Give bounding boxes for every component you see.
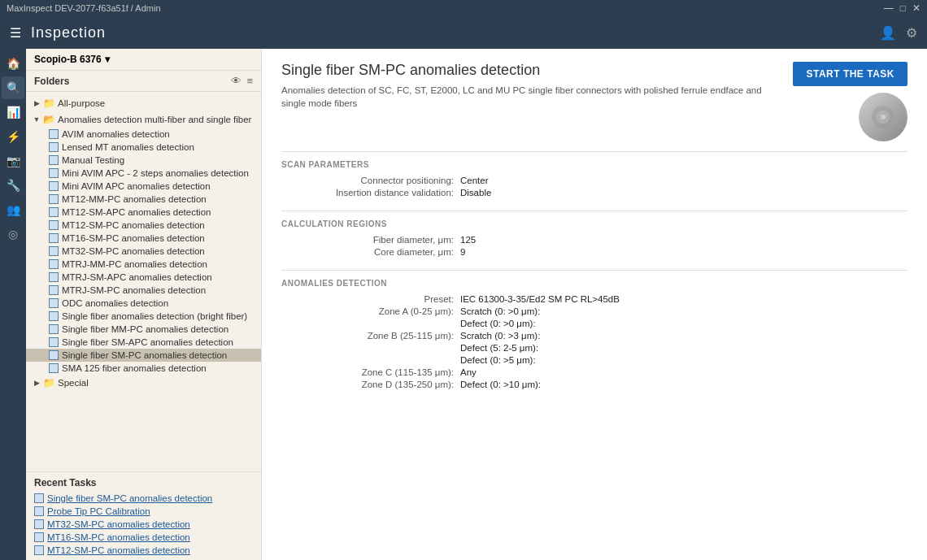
- task-icon-mt12-sm-apc: [49, 207, 59, 217]
- sidebar-icon-inspect[interactable]: 🔍: [2, 76, 24, 99]
- maximize-button[interactable]: □: [900, 2, 906, 14]
- task-icon-mtrj-sm-pc: [49, 285, 59, 295]
- tree-label-mini-avim-apc: Mini AVIM APC anomalies detection: [62, 181, 211, 191]
- folders-menu-icon[interactable]: ≡: [246, 75, 253, 87]
- preset-value: IEC 61300-3-35/Ed2 SM PC RL>45dB: [460, 294, 620, 304]
- sidebar-icon-tools[interactable]: 🔧: [2, 174, 24, 197]
- recent-task-item-4[interactable]: MT16-SM-PC anomalies detection: [26, 531, 261, 544]
- sidebar-icon-camera[interactable]: 📷: [2, 150, 24, 172]
- zone-d-row: Zone D (135-250 μm): Defect (0: >10 μm):: [281, 380, 907, 389]
- folder-icon-all-purpose: 📁: [42, 97, 55, 110]
- tree-item-single-sm-apc[interactable]: Single fiber SM-APC anomalies detection: [26, 336, 261, 349]
- task-icon-mt12-sm-pc: [49, 220, 59, 230]
- tree-label-manual: Manual Testing: [62, 155, 124, 165]
- insertion-distance-value: Disable: [460, 188, 491, 198]
- task-icon-large: [859, 93, 907, 141]
- sidebar-icon-circle[interactable]: ◎: [2, 223, 24, 245]
- tree-label-mt12-sm-apc: MT12-SM-APC anomalies detection: [62, 207, 211, 217]
- app-title: Inspection: [31, 24, 106, 41]
- task-icon-single-bright: [49, 311, 59, 321]
- sidebar-icon-filter[interactable]: ⚡: [2, 125, 24, 148]
- tree-item-odc[interactable]: ODC anomalies detection: [26, 297, 261, 310]
- app-header: ☰ Inspection 👤 ⚙: [0, 16, 927, 49]
- start-task-button[interactable]: START THE TASK: [793, 62, 907, 86]
- sidebar-icon-chart[interactable]: 📊: [2, 101, 24, 124]
- task-icon-odc: [49, 298, 59, 308]
- zone-a-defect-row: Defect (0: >0 μm):: [281, 319, 907, 328]
- title-bar-controls[interactable]: — □ ✕: [884, 2, 920, 14]
- fiber-diameter-value: 125: [460, 235, 476, 245]
- tree-item-mt16-sm-pc[interactable]: MT16-SM-PC anomalies detection: [26, 232, 261, 245]
- task-icon-mt32-sm-pc: [49, 246, 59, 256]
- folder-open-icon-anomalies-multi: 📂: [42, 113, 55, 126]
- settings-icon[interactable]: ⚙: [906, 25, 917, 41]
- toggle-special[interactable]: ▶: [31, 377, 42, 389]
- zone-b-row: Zone B (25-115 μm): Scratch (0: >3 μm):: [281, 331, 907, 341]
- recent-task-item-2[interactable]: Probe Tip PC Calibration: [26, 505, 261, 518]
- scan-parameters-section: SCAN PARAMETERS Connector positioning: C…: [281, 151, 907, 198]
- toggle-anomalies-multi[interactable]: ▼: [31, 114, 42, 125]
- tree-item-anomalies-multi[interactable]: ▼ 📂 Anomalies detection multi-fiber and …: [26, 111, 261, 128]
- tree-item-single-bright[interactable]: Single fiber anomalies detection (bright…: [26, 310, 261, 323]
- minimize-button[interactable]: —: [884, 2, 894, 14]
- recent-task-item-3[interactable]: MT32-SM-PC anomalies detection: [26, 518, 261, 531]
- sidebar-icon-home[interactable]: 🏠: [2, 52, 24, 75]
- tree-item-avim[interactable]: AVIM anomalies detection: [26, 128, 261, 141]
- zone-a-row: Zone A (0-25 μm): Scratch (0: >0 μm):: [281, 306, 907, 316]
- tree-item-mt12-sm-apc[interactable]: MT12-SM-APC anomalies detection: [26, 206, 261, 219]
- device-selector[interactable]: Scopio-B 6376 ▾: [26, 49, 261, 71]
- tree-item-mt12-sm-pc[interactable]: MT12-SM-PC anomalies detection: [26, 219, 261, 232]
- tree-item-manual[interactable]: Manual Testing: [26, 154, 261, 167]
- sidebar-icon-users[interactable]: 👥: [2, 198, 24, 221]
- tree-item-single-sm-pc[interactable]: Single fiber SM-PC anomalies detection: [26, 349, 261, 362]
- calc-fiber-diameter: Fiber diameter, μm: 125: [281, 235, 907, 245]
- scan-param-connector: Connector positioning: Center: [281, 176, 907, 185]
- task-title: Single fiber SM-PC anomalies detection: [281, 62, 769, 79]
- toggle-all-purpose[interactable]: ▶: [31, 98, 42, 109]
- hide-icon[interactable]: 👁: [231, 75, 242, 87]
- tree-item-single-mm-pc[interactable]: Single fiber MM-PC anomalies detection: [26, 323, 261, 336]
- tree-item-special[interactable]: ▶ 📁 Special: [26, 375, 261, 391]
- zone-c-section: Zone C (115-135 μm): Any: [281, 367, 907, 377]
- tree-item-mini-avim-2[interactable]: Mini AVIM APC - 2 steps anomalies detect…: [26, 167, 261, 180]
- user-icon[interactable]: 👤: [880, 25, 896, 41]
- zone-b-scratch: Scratch (0: >3 μm):: [460, 331, 540, 341]
- zone-b-defect2-row: Defect (0: >5 μm):: [281, 355, 907, 365]
- zone-a-defect: Defect (0: >0 μm):: [460, 319, 536, 328]
- recent-task-label-4: MT16-SM-PC anomalies detection: [47, 532, 190, 542]
- zone-a-defect-spacer: [281, 319, 460, 328]
- anomalies-detection-title: ANOMALIES DETECTION: [281, 279, 907, 288]
- task-icon-single-sm-apc: [49, 337, 59, 347]
- recent-tasks-title: Recent Tasks: [26, 477, 261, 492]
- menu-icon[interactable]: ☰: [10, 25, 21, 41]
- zone-b-defect1: Defect (5: 2-5 μm):: [460, 343, 538, 353]
- close-button[interactable]: ✕: [912, 2, 920, 14]
- scan-parameters-title: SCAN PARAMETERS: [281, 160, 907, 169]
- tree-item-lensed-mt[interactable]: Lensed MT anomalies detection: [26, 141, 261, 154]
- tree-label-mt12-mm-pc: MT12-MM-PC anomalies detection: [62, 194, 207, 204]
- tree-item-all-purpose[interactable]: ▶ 📁 All-purpose: [26, 95, 261, 111]
- tree-item-mini-avim-apc[interactable]: Mini AVIM APC anomalies detection: [26, 180, 261, 193]
- tree-label-sma-125: SMA 125 fiber anomalies detection: [62, 363, 207, 373]
- title-bar: MaxInspect DEV-2077-f63a51f / Admin — □ …: [0, 0, 927, 16]
- insertion-distance-label: Insertion distance validation:: [281, 188, 460, 198]
- task-description: Anomalies detection of SC, FC, ST, E2000…: [281, 84, 769, 110]
- tree-item-mt32-sm-pc[interactable]: MT32-SM-PC anomalies detection: [26, 245, 261, 258]
- task-icon-mtrj-sm-apc: [49, 272, 59, 282]
- recent-task-item-1[interactable]: Single fiber SM-PC anomalies detection: [26, 492, 261, 505]
- tree-item-sma-125[interactable]: SMA 125 fiber anomalies detection: [26, 362, 261, 375]
- core-diameter-value: 9: [460, 247, 465, 257]
- right-panel: Single fiber SM-PC anomalies detection A…: [262, 49, 927, 560]
- recent-tasks: Recent Tasks Single fiber SM-PC anomalie…: [26, 471, 261, 560]
- tree-container[interactable]: ▶ 📁 All-purpose ▼ 📂 Anomalies detection …: [26, 92, 261, 471]
- recent-task-item-5[interactable]: MT12-SM-PC anomalies detection: [26, 544, 261, 557]
- tree-item-mtrj-sm-apc[interactable]: MTRJ-SM-APC anomalies detection: [26, 271, 261, 284]
- tree-item-mt12-mm-pc[interactable]: MT12-MM-PC anomalies detection: [26, 193, 261, 206]
- task-icon-single-sm-pc: [49, 350, 59, 360]
- tree-item-mtrj-sm-pc[interactable]: MTRJ-SM-PC anomalies detection: [26, 284, 261, 297]
- task-icon-lensed-mt: [49, 142, 59, 152]
- tree-label-single-sm-pc: Single fiber SM-PC anomalies detection: [62, 350, 227, 360]
- folders-title: Folders: [34, 76, 69, 87]
- tree-item-mtrj-mm-pc[interactable]: MTRJ-MM-PC anomalies detection: [26, 258, 261, 271]
- sidebar-icons: 🏠 🔍 📊 ⚡ 📷 🔧 👥 ◎: [0, 49, 26, 560]
